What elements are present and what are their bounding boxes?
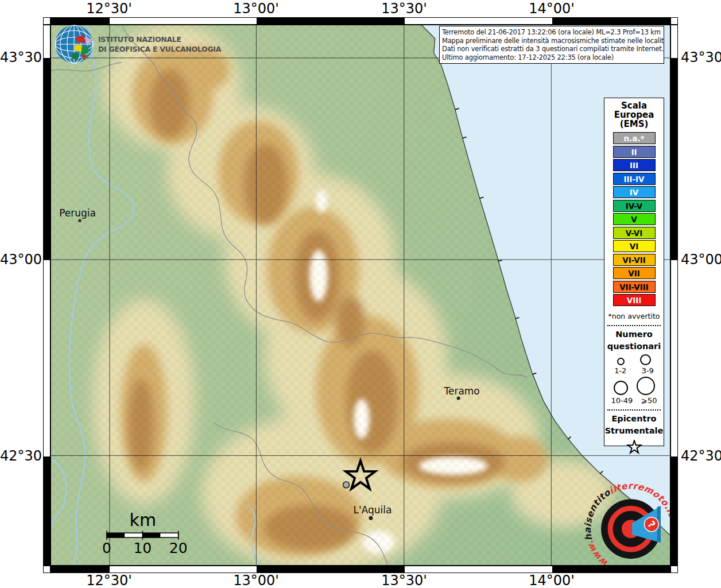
ems-swatch: IV [613,186,656,198]
size-label: ⩾50 [641,396,657,405]
axis-label-lon: 13°00' [233,1,279,17]
scale-bar-unit: km [130,510,156,530]
questionnaire-title: Numero questionari [604,328,664,353]
frame-corner [670,17,678,25]
questionnaire-sizes-row2: 10-49 ⩾50 [604,396,664,405]
questionnaire-marker [343,482,350,488]
axis-label-lon: 14°00' [529,572,575,588]
frame-corner [43,17,51,25]
ems-swatch: VII [613,267,656,279]
axis-label-lon: 12°30' [86,572,132,588]
ems-swatch: V [613,213,656,225]
ems-swatch: VIII [613,294,656,306]
size-circle-3-9 [640,354,651,365]
axis-label-lon: 13°30' [381,1,427,17]
city-dot-laquila [369,516,373,520]
frame-corner [43,566,51,573]
legend-footnote: *non avvertito [604,312,664,320]
size-circle-50plus [637,377,655,395]
epicenter-title-line: Epicentro [604,413,664,425]
info-line: Ultimo aggiornamento: 17-12-2025 22:35 (… [442,53,661,62]
questionnaire-title-line: Numero [604,328,664,341]
legend-divider [607,325,661,326]
city-label-laquila: L'Aquila [354,504,392,516]
frame-band-right [670,25,678,566]
ems-swatch: III [613,159,656,171]
info-line: Mappa preliminare delle intensità macros… [442,37,661,45]
frame-band-left [43,25,51,566]
ingv-line2: DI GEOFISICA E VULCANOLOGIA [98,44,221,54]
epicenter-star-icon [626,440,643,455]
questionnaire-title-line: questionari [604,341,664,353]
ingv-line1: ISTITUTO NAZIONALE [98,34,221,44]
axis-label-lat: 43°00' [0,252,40,268]
ingv-shakemap-page: 12°30' 13°00' 13°30' 14°00' 12°30' 13°00… [0,0,721,588]
legend-panel: Scala Europea (EMS) n.a.* II III III-IV … [604,98,664,446]
scale-tick-20: 20 [169,540,188,556]
city-dot-perugia [78,219,82,222]
axis-label-lon: 12°30' [86,1,132,17]
event-info-box: Terremoto del 21-06-2017 13:22:06 (ora l… [439,26,664,64]
legend-title-line: Scala [604,101,664,110]
axis-label-lat: 43°00' [681,252,721,268]
frame-corner [670,566,678,573]
info-line: Terremoto del 21-06-2017 13:22:06 (ora l… [442,28,661,37]
ems-swatch: III-IV [613,173,656,185]
legend-title-line: (EMS) [604,119,664,129]
city-label-teramo: Teramo [444,385,480,397]
epicenter-title-line: Strumentale [604,425,664,437]
city-dot-teramo [457,397,460,400]
axis-label-lon: 13°00' [233,572,279,588]
questionnaire-circles-row1 [604,354,664,365]
size-label: 3-9 [642,366,654,375]
size-circle-1-2 [617,358,625,365]
questionnaire-circles-row2 [604,377,664,395]
ems-swatch: II [613,146,656,158]
ems-swatch: n.a.* [613,132,656,144]
info-line: Dati non verificati estratti da 3 questi… [442,45,661,53]
map-area: Perugia Teramo L'Aquila km [51,25,670,566]
legend-title-line: Europea [604,110,664,119]
axis-label-lat: 42°30' [0,448,40,464]
scale-tick-0: 0 [102,540,111,556]
scale-tick-10: 10 [133,540,152,556]
epicenter-title: Epicentro Strumentale [604,413,664,437]
city-label-perugia: Perugia [59,207,96,219]
axis-label-lat: 42°30' [681,448,721,464]
axis-label-lon: 13°30' [381,572,427,588]
size-label: 1-2 [614,366,626,375]
axis-label-lon: 14°00' [529,1,575,17]
axis-label-lat: 43°30' [681,49,721,65]
questionnaire-sizes-row1: 1-2 3-9 [604,366,664,375]
axis-label-lat: 43°30' [0,49,40,65]
ems-swatch: V-VI [613,227,656,239]
size-circle-10-49 [614,381,628,395]
ingv-logo: ISTITUTO NAZIONALE DI GEOFISICA E VULCAN… [54,24,221,64]
frame-band-bottom [51,566,670,573]
terrain-map: Perugia Teramo L'Aquila km [51,25,670,565]
ingv-globe-icon [54,24,94,64]
ems-swatch: VI-VII [613,254,656,266]
ingv-logo-text: ISTITUTO NAZIONALE DI GEOFISICA E VULCAN… [98,34,221,54]
ems-swatch: IV-V [613,200,656,212]
ems-swatch: VI [613,240,656,252]
legend-title: Scala Europea (EMS) [604,101,664,129]
legend-divider [607,409,661,411]
ems-swatch: VII-VIII [613,281,656,293]
ems-swatches: n.a.* II III III-IV IV IV-V V V-VI VI VI… [604,132,664,306]
size-label: 10-49 [611,396,633,405]
